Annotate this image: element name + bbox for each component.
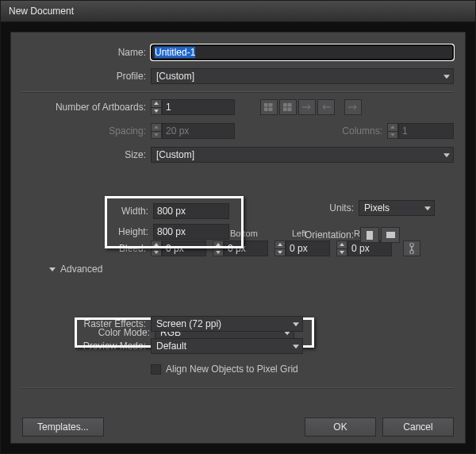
divider	[22, 387, 454, 388]
height-label: Height:	[113, 226, 153, 237]
new-document-dialog: New Document Name: Profile: [Custom] Num…	[0, 0, 476, 454]
templates-button[interactable]: Templates...	[22, 417, 104, 437]
units-label: Units:	[289, 202, 359, 214]
svg-rect-0	[264, 103, 267, 106]
chevron-down-icon	[424, 206, 431, 210]
svg-rect-6	[283, 108, 286, 111]
chevron-down-icon	[49, 267, 56, 271]
width-input[interactable]	[153, 203, 229, 219]
svg-rect-1	[269, 103, 272, 106]
bleed-left-stepper[interactable]	[274, 240, 286, 256]
units-orientation-column: Units: Pixels Orientation:	[289, 199, 447, 253]
orientation-portrait-button[interactable]	[360, 227, 379, 243]
artboards-label: Number of Artboards:	[22, 102, 151, 113]
chevron-down-icon	[443, 153, 450, 157]
svg-rect-4	[283, 103, 286, 106]
svg-rect-3	[269, 108, 272, 111]
units-select[interactable]: Pixels	[359, 200, 435, 216]
artboards-input[interactable]	[162, 99, 235, 115]
size-label: Size:	[22, 149, 151, 160]
artboards-stepper[interactable]	[151, 99, 162, 115]
svg-rect-7	[288, 108, 291, 111]
arrange-down-icon	[344, 99, 362, 115]
chevron-down-icon	[293, 344, 299, 348]
columns-label: Columns:	[342, 125, 387, 137]
profile-select[interactable]: [Custom]	[151, 68, 454, 84]
columns-input	[398, 123, 454, 139]
raster-effects-value: Screen (72 ppi)	[156, 318, 221, 329]
align-pixel-grid-checkbox[interactable]	[151, 364, 161, 375]
spacing-stepper	[151, 123, 162, 139]
raster-effects-select[interactable]: Screen (72 ppi)	[151, 316, 303, 332]
grid-by-row-icon	[260, 99, 278, 115]
arrange-left-icon	[317, 99, 335, 115]
chevron-down-icon	[293, 322, 299, 326]
svg-rect-5	[288, 103, 291, 106]
profile-value: [Custom]	[156, 71, 194, 82]
chevron-down-icon	[284, 331, 290, 335]
portrait-icon	[367, 231, 373, 240]
spacing-label: Spacing:	[22, 125, 151, 137]
landscape-icon	[386, 232, 395, 238]
columns-stepper	[387, 123, 398, 139]
units-value: Pixels	[364, 202, 390, 214]
titlebar: New Document	[1, 1, 475, 22]
svg-rect-2	[264, 108, 267, 111]
color-mode-label: Color Mode:	[83, 327, 155, 338]
cancel-button[interactable]: Cancel	[382, 417, 454, 437]
dimensions-highlight: Width: Height:	[105, 196, 244, 248]
grid-by-column-icon	[279, 99, 297, 115]
dialog-body: Name: Profile: [Custom] Number of Artboa…	[10, 32, 466, 444]
ok-button[interactable]: OK	[305, 417, 376, 437]
orientation-label: Orientation:	[289, 229, 359, 240]
align-pixel-grid-label: Align New Objects to Pixel Grid	[166, 364, 298, 375]
width-label: Width:	[113, 206, 153, 217]
chevron-down-icon	[443, 75, 450, 79]
window-title: New Document	[9, 6, 74, 17]
preview-mode-select[interactable]: Default	[151, 338, 303, 354]
divider	[22, 91, 454, 92]
profile-label: Profile:	[22, 71, 151, 82]
arrange-right-icon	[298, 99, 316, 115]
size-select[interactable]: [Custom]	[151, 147, 454, 163]
advanced-label: Advanced	[60, 264, 102, 275]
size-value: [Custom]	[156, 149, 194, 160]
spacing-input	[162, 123, 235, 139]
height-input[interactable]	[153, 224, 229, 240]
name-label: Name:	[22, 47, 151, 58]
preview-mode-value: Default	[156, 340, 186, 352]
orientation-landscape-button[interactable]	[381, 227, 400, 243]
advanced-section-toggle[interactable]: Advanced	[22, 264, 454, 275]
name-input[interactable]	[151, 44, 454, 60]
